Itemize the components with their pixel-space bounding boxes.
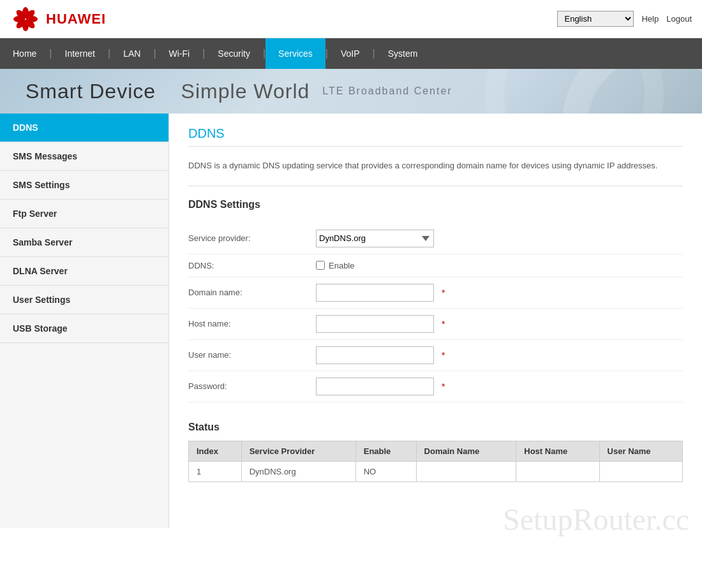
logout-link[interactable]: Logout	[666, 14, 692, 24]
required-star-user_name: *	[442, 350, 445, 360]
header-right: English Chinese French German Spanish He…	[557, 11, 692, 27]
label-password: Password:	[188, 381, 316, 391]
status-table-head: IndexService ProviderEnableDomain NameHo…	[189, 441, 683, 461]
status-table: IndexService ProviderEnableDomain NameHo…	[188, 441, 683, 482]
label-user_name: User name:	[188, 350, 316, 360]
settings-section: DDNS Settings Service provider:DynDNS.or…	[188, 186, 683, 402]
nav-item-voip[interactable]: VoIP	[328, 38, 373, 69]
required-star-password: *	[442, 381, 445, 392]
content-area: DDNS DDNS is a dynamic DNS updating serv…	[169, 114, 702, 528]
sidebar-item-dlna-server[interactable]: DLNA Server	[0, 257, 168, 286]
table-cell: NO	[355, 461, 416, 481]
control-password: *	[316, 378, 445, 395]
description-text: DDNS is a dynamic DNS updating service t…	[188, 159, 683, 173]
checkbox-text-ddns_enable: Enable	[329, 261, 354, 270]
navbar: Home|Internet|LAN|Wi-Fi|Security|Service…	[0, 38, 702, 69]
control-ddns_enable: Enable	[316, 261, 354, 270]
required-star-host_name: *	[442, 319, 445, 329]
table-header-index: Index	[189, 441, 242, 461]
form-row-domain_name: Domain name:*	[188, 277, 683, 309]
form-rows: Service provider:DynDNS.orgNo-IP.com3322…	[188, 223, 683, 402]
form-row-user_name: User name:*	[188, 340, 683, 371]
status-table-body: 1DynDNS.orgNO	[189, 461, 683, 481]
table-cell: DynDNS.org	[241, 461, 355, 481]
nav-item-services[interactable]: Services	[265, 38, 325, 69]
table-header-user-name: User Name	[599, 441, 682, 461]
form-row-host_name: Host name:*	[188, 309, 683, 340]
page-title: DDNS	[188, 126, 683, 147]
language-select[interactable]: English Chinese French German Spanish	[557, 11, 634, 27]
sidebar: DDNSSMS MessagesSMS SettingsFtp ServerSa…	[0, 114, 169, 528]
nav-item-internet[interactable]: Internet	[52, 38, 108, 69]
control-user_name: *	[316, 346, 445, 364]
hero-tagline2: Simple World	[181, 80, 310, 103]
control-host_name: *	[316, 315, 445, 333]
input-user_name[interactable]	[316, 346, 434, 364]
sidebar-item-ddns[interactable]: DDNS	[0, 114, 168, 142]
hero-text: Smart Device Simple World	[26, 80, 310, 103]
nav-item-system[interactable]: System	[375, 38, 431, 69]
huawei-logo-icon	[10, 6, 41, 32]
checkbox-label-ddns_enable: Enable	[316, 261, 354, 270]
label-service_provider: Service provider:	[188, 233, 316, 243]
form-row-password: Password:*	[188, 371, 683, 402]
table-cell: 1	[189, 461, 242, 481]
table-header-host-name: Host Name	[516, 441, 599, 461]
hero-subtitle: LTE Broadband Center	[322, 85, 452, 97]
table-row: 1DynDNS.orgNO	[189, 461, 683, 481]
logo-area: HUAWEI	[10, 6, 106, 32]
sidebar-item-samba-server[interactable]: Samba Server	[0, 228, 168, 257]
table-cell	[599, 461, 682, 481]
sidebar-item-user-settings[interactable]: User Settings	[0, 286, 168, 314]
form-row-ddns_enable: DDNS:Enable	[188, 254, 683, 277]
select-service_provider[interactable]: DynDNS.orgNo-IP.com3322.org	[316, 230, 434, 247]
required-star-domain_name: *	[442, 288, 445, 298]
main-layout: DDNSSMS MessagesSMS SettingsFtp ServerSa…	[0, 114, 702, 528]
label-ddns_enable: DDNS:	[188, 261, 316, 270]
status-section: Status IndexService ProviderEnableDomain…	[188, 422, 683, 482]
sidebar-item-usb-storage[interactable]: USB Storage	[0, 314, 168, 343]
table-header-domain-name: Domain Name	[416, 441, 516, 461]
table-cell	[516, 461, 599, 481]
table-header-enable: Enable	[355, 441, 416, 461]
input-host_name[interactable]	[316, 315, 434, 333]
nav-item-wi-fi[interactable]: Wi-Fi	[156, 38, 203, 69]
nav-item-security[interactable]: Security	[205, 38, 263, 69]
table-cell	[416, 461, 516, 481]
sidebar-item-sms-messages[interactable]: SMS Messages	[0, 142, 168, 171]
sidebar-item-ftp-server[interactable]: Ftp Server	[0, 200, 168, 228]
hero-banner: Smart Device Simple World LTE Broadband …	[0, 69, 702, 114]
label-domain_name: Domain name:	[188, 288, 316, 297]
help-link[interactable]: Help	[641, 14, 659, 24]
hero-tagline1: Smart Device	[26, 80, 156, 103]
nav-item-home[interactable]: Home	[0, 38, 49, 69]
sidebar-item-sms-settings[interactable]: SMS Settings	[0, 171, 168, 200]
table-header-service-provider: Service Provider	[241, 441, 355, 461]
control-domain_name: *	[316, 284, 445, 302]
label-host_name: Host name:	[188, 319, 316, 328]
checkbox-ddns_enable[interactable]	[316, 261, 325, 270]
control-service_provider: DynDNS.orgNo-IP.com3322.org	[316, 230, 434, 247]
form-row-service_provider: Service provider:DynDNS.orgNo-IP.com3322…	[188, 223, 683, 254]
input-password[interactable]	[316, 378, 434, 395]
status-title: Status	[188, 422, 683, 433]
header: HUAWEI English Chinese French German Spa…	[0, 0, 702, 38]
nav-item-lan[interactable]: LAN	[110, 38, 153, 69]
input-domain_name[interactable]	[316, 284, 434, 302]
brand-name: HUAWEI	[46, 11, 106, 27]
settings-title: DDNS Settings	[188, 199, 683, 210]
